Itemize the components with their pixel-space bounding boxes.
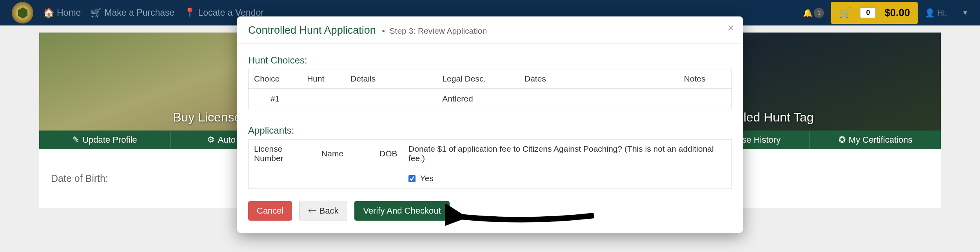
hunt-choices-heading: Hunt Choices: — [248, 55, 732, 66]
nav-right: 🔔 1 🛒 0 $0.00 👤 Hi, ▼ — [803, 2, 968, 24]
cancel-button[interactable]: Cancel — [248, 201, 292, 221]
badge-icon: ✪ — [838, 135, 846, 145]
review-application-modal: Controlled Hunt Application • Step 3: Re… — [237, 16, 743, 233]
col-hunt: Hunt — [301, 69, 345, 89]
gear-icon: ⚙ — [207, 135, 215, 145]
donate-checkbox[interactable] — [408, 175, 416, 182]
notifications-button[interactable]: 🔔 1 — [803, 8, 824, 18]
nav-purchase-label: Make a Purchase — [104, 7, 174, 18]
chevron-down-icon[interactable]: ▼ — [962, 9, 968, 16]
user-greet-label: Hi, — [937, 8, 947, 18]
modal-title: Controlled Hunt Application — [248, 24, 376, 36]
nav-home-link[interactable]: 🏠 Home — [43, 7, 81, 18]
subnav-certifications-label: My Certifications — [849, 135, 913, 145]
state-logo[interactable] — [12, 2, 33, 24]
verify-label: Verify And Checkout — [363, 206, 441, 216]
applicants-table: License Number Name DOB Donate $1 of app… — [248, 139, 732, 189]
nav-left: 🏠 Home 🛒 Make a Purchase 📍 Locate a Vend… — [12, 2, 264, 24]
cell-donate: Yes — [403, 168, 731, 189]
cell-notes — [679, 89, 732, 109]
hunt-choices-table: Choice Hunt Details Legal Desc. Dates No… — [248, 69, 732, 109]
table-row: Yes — [249, 168, 732, 189]
col-dob: DOB — [374, 140, 403, 168]
subnav-certifications[interactable]: ✪ My Certifications — [810, 131, 941, 149]
cell-hunt — [301, 89, 345, 109]
cart-item-count: 0 — [860, 7, 876, 18]
modal-close-button[interactable]: × — [727, 21, 734, 34]
applicants-heading: Applicants: — [248, 125, 732, 136]
subnav-update-profile[interactable]: ✎ Update Profile — [39, 131, 171, 149]
nav-home-label: Home — [57, 7, 81, 18]
cell-license — [249, 168, 316, 189]
col-dates: Dates — [519, 69, 679, 89]
modal-step-label: • Step 3: Review Application — [380, 26, 487, 36]
cell-details — [345, 89, 437, 109]
cell-dob — [374, 168, 403, 189]
cell-legal: Antlered — [437, 89, 519, 109]
cart-icon: 🛒 — [91, 7, 102, 18]
col-name: Name — [316, 140, 374, 168]
col-details: Details — [345, 69, 437, 89]
home-icon: 🏠 — [43, 7, 54, 18]
col-legal: Legal Desc. — [437, 69, 519, 89]
user-menu[interactable]: 👤 Hi, — [925, 8, 947, 18]
modal-body: Hunt Choices: Choice Hunt Details Legal … — [237, 44, 743, 193]
cart-icon: 🛒 — [839, 7, 851, 19]
col-donate: Donate $1 of application fee to Citizens… — [403, 140, 731, 168]
subnav-update-profile-label: Update Profile — [82, 135, 137, 145]
donate-yes-label: Yes — [420, 174, 434, 183]
nav-purchase-link[interactable]: 🛒 Make a Purchase — [91, 7, 174, 18]
col-license: License Number — [249, 140, 316, 168]
edit-icon: ✎ — [72, 135, 79, 145]
bell-icon: 🔔 — [803, 8, 813, 18]
modal-header: Controlled Hunt Application • Step 3: Re… — [237, 16, 743, 44]
col-choice: Choice — [249, 69, 302, 89]
user-icon: 👤 — [925, 8, 935, 18]
cancel-label: Cancel — [257, 206, 283, 216]
cell-name — [316, 168, 374, 189]
cart-total: $0.00 — [884, 7, 910, 19]
cart-button[interactable]: 🛒 0 $0.00 — [831, 2, 918, 24]
cell-choice: #1 — [249, 89, 302, 109]
table-row: #1 Antlered — [249, 89, 732, 109]
col-notes: Notes — [679, 69, 732, 89]
arrow-left-icon: 🡐 — [308, 206, 317, 216]
modal-footer: Cancel 🡐 Back Verify And Checkout — [237, 193, 743, 233]
verify-and-checkout-button[interactable]: Verify And Checkout — [354, 201, 449, 221]
notifications-count: 1 — [814, 8, 824, 18]
back-label: Back — [319, 206, 338, 216]
map-pin-icon: 📍 — [184, 7, 196, 18]
close-icon: × — [727, 21, 734, 34]
back-button[interactable]: 🡐 Back — [299, 201, 347, 221]
cell-dates — [519, 89, 679, 109]
